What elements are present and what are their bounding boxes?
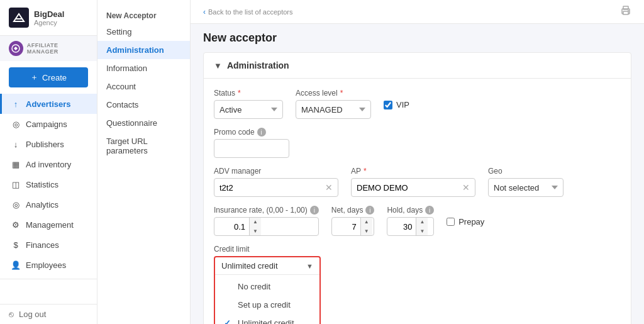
credit-chevron-icon: ▼ (306, 262, 313, 270)
sub-nav-target-url[interactable]: Target URL parameters (97, 132, 190, 160)
top-bar: ‹ Back to the list of acceptors (191, 0, 644, 24)
sub-nav-contacts[interactable]: Contacts (97, 96, 190, 114)
nav-item-publishers[interactable]: ↓ Publishers (0, 134, 97, 154)
sub-nav-information[interactable]: Information (97, 59, 190, 77)
ap-input[interactable] (357, 183, 462, 193)
promo-code-group: Promo code i (214, 128, 289, 158)
hold-days-down-button[interactable]: ▼ (416, 226, 428, 236)
nav-item-advertisers[interactable]: ↑ Advertisers (0, 94, 97, 114)
nav-item-statistics[interactable]: ◫ Statistics (0, 174, 97, 194)
geo-label: Geo (488, 167, 564, 176)
nav-item-analytics[interactable]: ◎ Analytics (0, 194, 97, 215)
net-days-group: Net, days i ▲ ▼ (331, 206, 375, 236)
status-required: * (238, 89, 241, 98)
credit-options-list: No credit Set up a credit ✓ Unlimited cr… (215, 275, 319, 324)
credit-selected-value: Unlimited credit (221, 261, 278, 271)
prepay-label[interactable]: Prepay (458, 217, 484, 226)
credit-limit-group: Credit limit Unlimited credit ▼ No cre (214, 245, 321, 324)
sub-nav-questionnaire[interactable]: Questionnaire (97, 114, 190, 132)
affiliate-badge: AFFILIATE MANAGER (0, 36, 97, 61)
credit-option-no-credit[interactable]: No credit (215, 277, 319, 296)
advertisers-icon: ↑ (11, 99, 21, 109)
vip-checkbox[interactable] (384, 101, 392, 109)
sub-nav-administration[interactable]: Administration (97, 41, 190, 59)
logo-text: BigDeal Agency (34, 9, 64, 26)
form-row-promo: Promo code i (214, 128, 621, 158)
back-link[interactable]: ‹ Back to the list of acceptors (203, 8, 293, 16)
plus-icon: ＋ (30, 72, 38, 83)
nav-item-employees[interactable]: 👤 Employees (0, 255, 97, 275)
unlimited-check-icon: ✓ (224, 318, 233, 324)
logout-button[interactable]: ⎋ Log out (0, 304, 97, 324)
adv-manager-group: ADV manager ✕ (214, 167, 338, 197)
promo-info-icon[interactable]: i (257, 128, 266, 137)
affiliate-icon (9, 41, 23, 56)
statistics-icon: ◫ (11, 179, 21, 189)
adv-manager-clear-button[interactable]: ✕ (325, 182, 333, 193)
nav-item-management[interactable]: ⚙ Management (0, 215, 97, 235)
ap-clear-button[interactable]: ✕ (462, 182, 470, 193)
sidebar: BigDeal Agency AFFILIATE MANAGER ＋ Creat… (0, 0, 97, 324)
management-icon: ⚙ (11, 220, 21, 230)
credit-dropdown[interactable]: Unlimited credit ▼ No credit (214, 256, 321, 324)
prepay-group: Prepay (447, 217, 484, 226)
nav-item-ad-inventory[interactable]: ▦ Ad inventory (0, 154, 97, 174)
form-row-insurance: Insurance rate, (0,00 - 1,00) i ▲ ▼ (214, 206, 621, 236)
insurance-down-button[interactable]: ▼ (250, 226, 261, 236)
sub-nav-setting[interactable]: Setting (97, 23, 190, 41)
logout-icon: ⎋ (9, 310, 14, 319)
main-body: ▼ Administration Status * Active (191, 45, 644, 324)
promo-code-label: Promo code i (214, 128, 289, 137)
svg-point-5 (628, 10, 629, 11)
credit-option-set-up[interactable]: Set up a credit (215, 296, 319, 314)
hold-days-spinner: ▲ ▼ (416, 217, 428, 236)
administration-card-header[interactable]: ▼ Administration (204, 53, 631, 79)
hold-days-info-icon[interactable]: i (425, 206, 434, 215)
hold-days-up-button[interactable]: ▲ (416, 217, 428, 226)
insurance-info-icon[interactable]: i (310, 206, 319, 215)
geo-select[interactable]: Not selected (488, 178, 564, 197)
hold-days-input[interactable] (387, 222, 416, 232)
finances-icon: $ (11, 240, 21, 250)
insurance-input[interactable] (214, 222, 249, 232)
campaigns-icon: ◎ (11, 119, 21, 129)
vip-label[interactable]: VIP (396, 100, 409, 109)
credit-option-unlimited[interactable]: ✓ Unlimited credit (215, 314, 319, 324)
hold-days-group: Hold, days i ▲ ▼ (387, 206, 434, 236)
net-days-down-button[interactable]: ▼ (361, 226, 372, 236)
nav-item-campaigns[interactable]: ◎ Campaigns (0, 114, 97, 134)
promo-code-input[interactable] (214, 139, 289, 158)
svg-rect-0 (9, 8, 29, 28)
net-days-input[interactable] (332, 222, 360, 232)
credit-limit-label: Credit limit (214, 245, 321, 254)
prepay-checkbox[interactable] (447, 218, 455, 226)
ap-group: AP * ✕ (351, 167, 475, 197)
adv-manager-input-wrap: ✕ (214, 178, 338, 197)
print-icon[interactable] (620, 5, 631, 18)
administration-card: ▼ Administration Status * Active (203, 52, 631, 324)
credit-dropdown-header[interactable]: Unlimited credit ▼ (215, 257, 319, 275)
ad-inventory-icon: ▦ (11, 159, 21, 169)
access-level-select[interactable]: MANAGED (296, 100, 371, 119)
adv-manager-input[interactable] (219, 183, 325, 193)
form-row-status: Status * Active Access level * (214, 89, 621, 119)
status-group: Status * Active (214, 89, 283, 119)
logo-icon (9, 8, 29, 28)
insurance-up-button[interactable]: ▲ (250, 217, 261, 226)
vip-group: VIP (384, 100, 409, 109)
insurance-spinner: ▲ ▼ (249, 217, 261, 236)
sub-nav-header: New Acceptor (97, 6, 190, 23)
employees-icon: 👤 (11, 260, 21, 270)
net-days-info-icon[interactable]: i (365, 206, 374, 215)
publishers-icon: ↓ (11, 139, 21, 149)
nav-item-finances[interactable]: $ Finances (0, 235, 97, 255)
net-days-spinner: ▲ ▼ (360, 217, 372, 236)
svg-rect-4 (623, 11, 628, 14)
create-button[interactable]: ＋ Create (9, 67, 88, 87)
form-row-credit: Credit limit Unlimited credit ▼ No cre (214, 245, 621, 324)
insurance-input-wrap: ▲ ▼ (214, 217, 319, 236)
net-days-up-button[interactable]: ▲ (361, 217, 372, 226)
status-select[interactable]: Active (214, 100, 283, 119)
content-area: New Acceptor Setting Administration Info… (97, 0, 644, 324)
sub-nav-account[interactable]: Account (97, 77, 190, 96)
